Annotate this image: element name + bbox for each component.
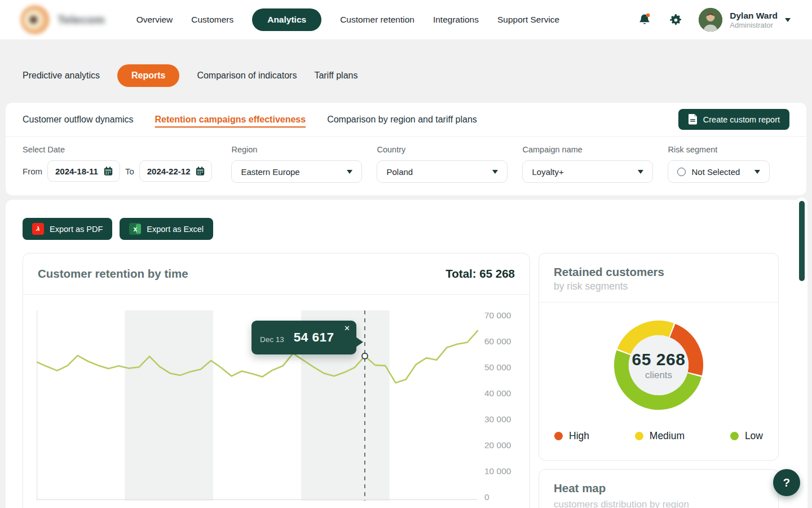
analytics-subnav: Predictive analytics Reports Comparison … — [0, 40, 812, 103]
filter-campaign: Campaign name Loyalty+ — [522, 145, 653, 183]
brand-name: Telecom — [58, 13, 105, 27]
subnav-comparison-of-indicators[interactable]: Comparison of indicators — [197, 71, 297, 81]
brand: Telecom — [20, 5, 105, 34]
subnav-predictive-analytics[interactable]: Predictive analytics — [23, 71, 100, 81]
notifications-bell-icon[interactable] — [637, 12, 652, 28]
pdf-icon: λ — [32, 223, 44, 235]
tab-customer-outflow-dynamics[interactable]: Customer outflow dynamics — [23, 115, 134, 125]
country-select[interactable]: Poland — [377, 160, 508, 183]
heat-map-title: Heat map — [554, 481, 764, 495]
excel-icon: x — [129, 223, 141, 235]
line-chart[interactable]: 70 00060 00050 00040 00030 00020 00010 0… — [37, 310, 522, 505]
scrollbar-thumb[interactable] — [799, 201, 805, 281]
chevron-down-icon — [638, 170, 643, 174]
retained-customers-card: Retained customers by risk segments 65 2… — [539, 253, 779, 461]
nav-analytics[interactable]: Analytics — [252, 8, 321, 31]
filter-country: Country Poland — [377, 145, 508, 183]
calendar-icon — [195, 166, 205, 176]
filter-risk-segment: Risk segment Not Selected — [668, 145, 770, 183]
risk-value: Not Selected — [691, 167, 740, 177]
report-controls-card: Customer outflow dynamics Retention camp… — [6, 103, 806, 195]
chevron-down-icon — [754, 170, 760, 174]
report-tabs: Customer outflow dynamics Retention camp… — [6, 103, 806, 136]
medium-dot-icon — [635, 432, 643, 440]
nav-support-service[interactable]: Support Service — [497, 15, 559, 25]
heat-map-card: Heat map customers distribution by regio… — [539, 469, 779, 508]
high-dot-icon — [554, 432, 563, 440]
nav-customer-retention[interactable]: Customer retention — [340, 15, 414, 25]
region-select[interactable]: Eastern Europe — [231, 160, 362, 183]
low-dot-icon — [730, 432, 739, 440]
filter-region-label: Region — [231, 145, 362, 154]
export-excel-button[interactable]: x Export as Excel — [120, 218, 213, 240]
subnav-reports[interactable]: Reports — [117, 64, 179, 87]
filter-campaign-label: Campaign name — [522, 145, 653, 154]
risk-donut-chart[interactable]: 65 268 clients — [539, 318, 778, 413]
donut-title: Retained customers — [554, 265, 664, 279]
chevron-down-icon — [785, 18, 791, 22]
risk-segment-select[interactable]: Not Selected — [668, 160, 770, 183]
close-icon[interactable]: ✕ — [344, 325, 350, 332]
subnav-tariff-plans[interactable]: Tariff plans — [314, 71, 358, 81]
donut-subtitle: by risk segments — [554, 281, 628, 292]
nav-customers[interactable]: Customers — [191, 15, 233, 25]
brand-logo-icon — [20, 5, 50, 34]
to-label: To — [125, 167, 134, 176]
create-custom-report-label: Create custom report — [703, 115, 780, 124]
filters-row: Select Date From 2024-18-11 To 2024-22-1… — [6, 137, 806, 195]
chart-tooltip: Dec 13 54 617 ✕ — [251, 321, 356, 354]
avatar — [699, 8, 722, 32]
heat-map-subtitle: customers distribution by region — [554, 499, 764, 508]
tooltip-arrow — [356, 337, 363, 347]
filter-date-label: Select Date — [23, 145, 212, 154]
risk-legend: High Medium Low — [539, 430, 778, 442]
legend-high[interactable]: High — [554, 430, 589, 442]
nav-integrations[interactable]: Integrations — [433, 15, 479, 25]
from-label: From — [23, 167, 42, 176]
date-to-input[interactable]: 2024-22-12 — [139, 160, 213, 182]
tab-comparison-by-region[interactable]: Comparison by region and tariff plans — [327, 115, 477, 125]
chart-title: Customer retention by time — [38, 267, 188, 281]
settings-gear-icon[interactable] — [668, 12, 683, 28]
filter-date: Select Date From 2024-18-11 To 2024-22-1… — [23, 145, 212, 183]
retention-by-time-card: Customer retention by time Total: 65 268… — [23, 253, 530, 508]
help-button[interactable]: ? — [773, 469, 800, 496]
campaign-value: Loyalty+ — [532, 167, 563, 177]
chevron-down-icon — [347, 170, 352, 174]
date-to-value: 2024-22-12 — [147, 167, 191, 176]
export-pdf-button[interactable]: λ Export as PDF — [23, 218, 112, 240]
tab-retention-campaigns-effectiveness[interactable]: Retention campaigns effectiveness — [155, 115, 306, 125]
campaign-select[interactable]: Loyalty+ — [522, 160, 653, 183]
user-name: Dylan Ward — [730, 10, 778, 21]
report-content-card: λ Export as PDF x Export as Excel Custom… — [6, 200, 806, 508]
region-value: Eastern Europe — [241, 167, 299, 177]
country-value: Poland — [386, 167, 413, 177]
chart-total: Total: 65 268 — [445, 267, 515, 281]
create-custom-report-button[interactable]: Create custom report — [678, 109, 789, 130]
document-icon — [688, 114, 698, 125]
legend-low[interactable]: Low — [730, 430, 763, 442]
legend-medium[interactable]: Medium — [635, 430, 685, 442]
tooltip-date: Dec 13 — [260, 335, 284, 344]
chevron-down-icon — [492, 170, 498, 174]
date-from-value: 2024-18-11 — [55, 167, 98, 176]
scrollbar-track[interactable] — [796, 198, 807, 508]
filter-risk-label: Risk segment — [668, 145, 770, 154]
user-menu[interactable]: Dylan Ward Administrator — [699, 8, 791, 32]
export-excel-label: Export as Excel — [147, 225, 204, 234]
main-nav: Overview Customers Analytics Customer re… — [136, 8, 560, 31]
nav-overview[interactable]: Overview — [136, 15, 173, 25]
radio-unselected-icon — [677, 168, 686, 176]
calendar-icon — [103, 166, 113, 176]
top-header: Telecom Overview Customers Analytics Cus… — [0, 0, 812, 40]
tooltip-value: 54 617 — [294, 330, 334, 345]
export-pdf-label: Export as PDF — [50, 225, 103, 234]
date-from-input[interactable]: 2024-18-11 — [47, 160, 120, 182]
filter-region: Region Eastern Europe — [231, 145, 362, 183]
filter-country-label: Country — [377, 145, 508, 154]
export-row: λ Export as PDF x Export as Excel — [23, 218, 789, 240]
user-role: Administrator — [730, 21, 778, 29]
